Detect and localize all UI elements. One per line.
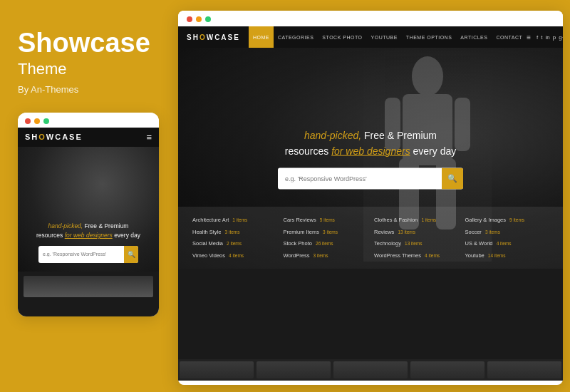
- mobile-search-input[interactable]: [38, 249, 124, 259]
- hero-search-input[interactable]: [278, 170, 442, 187]
- mobile-designers-text: for web designers: [65, 232, 113, 239]
- category-item[interactable]: Architecture Art 1 items: [192, 215, 276, 225]
- category-item[interactable]: Vimeo Videos 4 items: [192, 251, 276, 261]
- category-item[interactable]: Youtube 14 items: [465, 251, 549, 261]
- nav-facebook-icon[interactable]: f: [537, 34, 538, 41]
- desktop-dot-green: [205, 16, 211, 22]
- category-item[interactable]: Clothes & Fashion 1 items: [374, 215, 458, 225]
- nav-instagram-icon[interactable]: in: [546, 34, 550, 41]
- nav-pinterest-icon[interactable]: p: [553, 34, 556, 41]
- mobile-dot-yellow: [34, 118, 40, 124]
- hero-tagline: hand-picked, Free & Premium resources fo…: [192, 128, 549, 160]
- category-item[interactable]: Soccer 3 items: [465, 227, 549, 237]
- desktop-nav: SHOWCASE HOME CATEGORIES STOCK PHOTO YOU…: [178, 26, 563, 48]
- bottom-strip-item-2: [256, 361, 331, 378]
- desktop-dot-red: [187, 16, 192, 22]
- nav-categories[interactable]: CATEGORIES: [274, 26, 318, 48]
- bottom-strip-item-3: [333, 361, 408, 378]
- svg-point-0: [412, 56, 443, 96]
- hero-search-button[interactable]: 🔍: [442, 167, 463, 189]
- nav-hamburger-icon[interactable]: ≡: [527, 33, 531, 41]
- theme-subtitle: Theme: [18, 60, 66, 78]
- desktop-mockup: SHOWCASE HOME CATEGORIES STOCK PHOTO YOU…: [178, 11, 563, 385]
- category-item[interactable]: Health Style 3 items: [192, 227, 276, 237]
- mobile-tagline: hand-picked, Free & Premium resources fo…: [29, 222, 147, 242]
- mobile-handpicked-text: hand-picked,: [48, 222, 83, 229]
- nav-right: ≡ f t in p g+: [527, 33, 563, 41]
- hero-handpicked: hand-picked,: [304, 130, 361, 141]
- hero-search-bar[interactable]: 🔍: [278, 167, 463, 189]
- mobile-hamburger-icon[interactable]: ≡: [146, 132, 152, 143]
- desktop-logo: SHOWCASE: [187, 33, 240, 41]
- mobile-search-button[interactable]: 🔍: [124, 246, 138, 263]
- hero-section: hand-picked, Free & Premium resources fo…: [178, 48, 563, 269]
- category-item[interactable]: Social Media 2 items: [192, 239, 276, 249]
- bottom-strip: [178, 359, 563, 381]
- mobile-bottom-image: [24, 276, 153, 297]
- categories-grid: Architecture Art 1 itemsCars Reviews 5 i…: [178, 207, 563, 269]
- mobile-bottom: [18, 272, 159, 299]
- category-item[interactable]: US & World 4 items: [465, 239, 549, 249]
- by-author: By An-Themes: [18, 84, 78, 95]
- nav-theme-options[interactable]: THEME OPTIONS: [402, 26, 456, 48]
- nav-contact[interactable]: CONTACT: [492, 26, 527, 48]
- nav-items: HOME CATEGORIES STOCK PHOTO YOUTUBE THEM…: [249, 26, 527, 48]
- nav-youtube[interactable]: YOUTUBE: [367, 26, 402, 48]
- category-item[interactable]: WordPress Themes 4 items: [374, 251, 458, 261]
- mobile-dots-bar: [18, 113, 159, 128]
- bottom-strip-item-1: [180, 361, 254, 378]
- category-item[interactable]: Gallery & Images 9 items: [465, 215, 549, 225]
- nav-stock-photo[interactable]: STOCK PHOTO: [318, 26, 366, 48]
- mobile-nav: SHOWCASE ≡: [18, 128, 159, 147]
- nav-googleplus-icon[interactable]: g+: [559, 34, 563, 41]
- hero-content: hand-picked, Free & Premium resources fo…: [178, 128, 563, 190]
- bottom-strip-item-5: [487, 361, 561, 378]
- desktop-inner: SHOWCASE HOME CATEGORIES STOCK PHOTO YOU…: [178, 26, 563, 381]
- category-item[interactable]: Reviews 13 items: [374, 227, 458, 237]
- mobile-hero: hand-picked, Free & Premium resources fo…: [18, 147, 159, 272]
- left-panel: Showcase Theme By An-Themes SHOWCASE ≡ h…: [0, 0, 171, 392]
- desktop-dots-bar: [178, 11, 563, 26]
- mobile-search-bar[interactable]: 🔍: [38, 246, 138, 263]
- category-item[interactable]: Technology 13 items: [374, 239, 458, 249]
- category-item[interactable]: Stock Photo 26 items: [284, 239, 368, 249]
- nav-articles[interactable]: ARTICLES: [456, 26, 492, 48]
- theme-title: Showcase: [18, 29, 150, 58]
- category-item[interactable]: Cars Reviews 5 items: [284, 215, 368, 225]
- hero-designers: for web designers: [331, 145, 410, 157]
- bottom-strip-item-4: [410, 361, 484, 378]
- nav-home[interactable]: HOME: [249, 26, 274, 48]
- category-item[interactable]: Premium Items 3 items: [284, 227, 368, 237]
- mobile-dot-green: [43, 118, 49, 124]
- category-item[interactable]: WordPress 3 items: [284, 251, 368, 261]
- desktop-dot-yellow: [196, 16, 202, 22]
- mobile-inner: SHOWCASE ≡ hand-picked, Free & Premium r…: [18, 128, 159, 316]
- mobile-dot-red: [25, 118, 31, 124]
- mobile-mockup: SHOWCASE ≡ hand-picked, Free & Premium r…: [18, 113, 159, 316]
- mobile-logo: SHOWCASE: [25, 133, 83, 141]
- nav-twitter-icon[interactable]: t: [541, 34, 542, 41]
